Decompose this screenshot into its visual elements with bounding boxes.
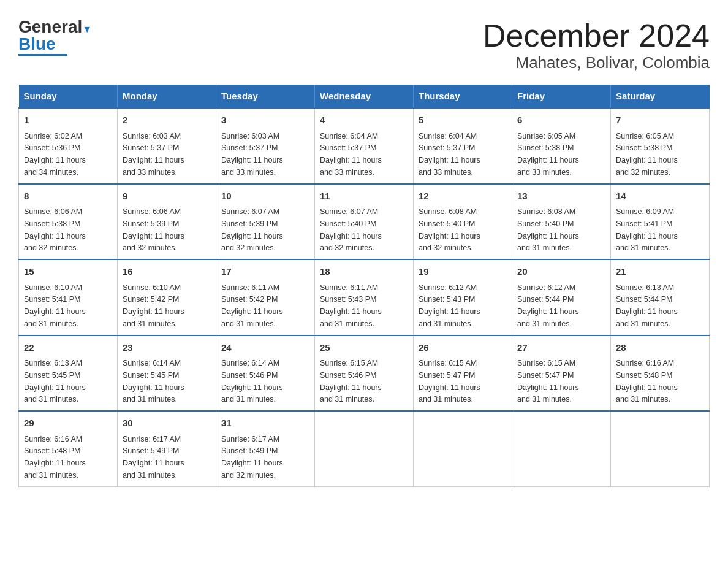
calendar-cell: [611, 411, 710, 486]
day-number: 1: [24, 113, 112, 128]
day-number: 24: [221, 341, 309, 355]
day-info: Sunrise: 6:08 AMSunset: 5:40 PMDaylight:…: [419, 207, 480, 252]
day-number: 4: [320, 113, 408, 128]
day-number: 12: [419, 190, 507, 204]
calendar-cell: 15Sunrise: 6:10 AMSunset: 5:41 PMDayligh…: [19, 259, 118, 335]
day-number: 30: [123, 416, 211, 431]
calendar-cell: 19Sunrise: 6:12 AMSunset: 5:43 PMDayligh…: [414, 259, 512, 335]
day-info: Sunrise: 6:06 AMSunset: 5:39 PMDaylight:…: [123, 207, 184, 252]
header-friday: Friday: [512, 85, 611, 108]
page-header: General▼ Blue December 2024 Mahates, Bol…: [18, 18, 710, 72]
day-info: Sunrise: 6:07 AMSunset: 5:40 PMDaylight:…: [320, 207, 382, 252]
day-info: Sunrise: 6:13 AMSunset: 5:45 PMDaylight:…: [24, 359, 86, 404]
calendar-cell: 12Sunrise: 6:08 AMSunset: 5:40 PMDayligh…: [414, 184, 512, 260]
calendar-cell: [512, 411, 611, 486]
calendar-cell: 4Sunrise: 6:04 AMSunset: 5:37 PMDaylight…: [315, 108, 414, 184]
calendar-cell: 7Sunrise: 6:05 AMSunset: 5:38 PMDaylight…: [611, 108, 710, 184]
day-info: Sunrise: 6:11 AMSunset: 5:42 PMDaylight:…: [221, 283, 283, 328]
calendar-cell: 17Sunrise: 6:11 AMSunset: 5:42 PMDayligh…: [216, 259, 315, 335]
calendar-week-3: 15Sunrise: 6:10 AMSunset: 5:41 PMDayligh…: [19, 259, 710, 335]
day-info: Sunrise: 6:17 AMSunset: 5:49 PMDaylight:…: [123, 435, 184, 480]
day-info: Sunrise: 6:12 AMSunset: 5:44 PMDaylight:…: [517, 283, 579, 328]
day-info: Sunrise: 6:15 AMSunset: 5:46 PMDaylight:…: [320, 359, 382, 404]
day-info: Sunrise: 6:14 AMSunset: 5:45 PMDaylight:…: [123, 359, 184, 404]
day-info: Sunrise: 6:03 AMSunset: 5:37 PMDaylight:…: [123, 132, 184, 177]
day-info: Sunrise: 6:04 AMSunset: 5:37 PMDaylight:…: [419, 132, 480, 177]
day-number: 3: [221, 113, 309, 128]
calendar-cell: 27Sunrise: 6:15 AMSunset: 5:47 PMDayligh…: [512, 335, 611, 412]
calendar-week-1: 1Sunrise: 6:02 AMSunset: 5:36 PMDaylight…: [19, 108, 710, 184]
calendar-cell: 18Sunrise: 6:11 AMSunset: 5:43 PMDayligh…: [315, 259, 414, 335]
day-info: Sunrise: 6:10 AMSunset: 5:41 PMDaylight:…: [24, 283, 86, 328]
logo: General▼ Blue: [18, 18, 92, 56]
calendar-cell: [315, 411, 414, 486]
calendar-cell: 28Sunrise: 6:16 AMSunset: 5:48 PMDayligh…: [611, 335, 710, 412]
calendar-cell: 30Sunrise: 6:17 AMSunset: 5:49 PMDayligh…: [118, 411, 216, 486]
day-info: Sunrise: 6:04 AMSunset: 5:37 PMDaylight:…: [320, 132, 382, 177]
day-info: Sunrise: 6:12 AMSunset: 5:43 PMDaylight:…: [419, 283, 480, 328]
day-number: 18: [320, 265, 408, 279]
day-number: 28: [616, 341, 704, 355]
day-info: Sunrise: 6:11 AMSunset: 5:43 PMDaylight:…: [320, 283, 382, 328]
header-sunday: Sunday: [19, 85, 118, 108]
day-number: 26: [419, 341, 507, 355]
calendar-cell: 5Sunrise: 6:04 AMSunset: 5:37 PMDaylight…: [414, 108, 512, 184]
title-block: December 2024 Mahates, Bolivar, Colombia: [483, 18, 710, 72]
logo-general: General: [18, 17, 82, 36]
calendar-cell: 14Sunrise: 6:09 AMSunset: 5:41 PMDayligh…: [611, 184, 710, 260]
calendar-title: December 2024: [483, 18, 710, 53]
calendar-table: SundayMondayTuesdayWednesdayThursdayFrid…: [18, 85, 710, 487]
calendar-cell: 11Sunrise: 6:07 AMSunset: 5:40 PMDayligh…: [315, 184, 414, 260]
header-monday: Monday: [118, 85, 216, 108]
day-number: 23: [123, 341, 211, 355]
day-number: 7: [616, 113, 704, 128]
calendar-cell: 21Sunrise: 6:13 AMSunset: 5:44 PMDayligh…: [611, 259, 710, 335]
day-number: 27: [517, 341, 605, 355]
calendar-cell: 23Sunrise: 6:14 AMSunset: 5:45 PMDayligh…: [118, 335, 216, 412]
day-number: 31: [221, 416, 309, 431]
header-tuesday: Tuesday: [216, 85, 315, 108]
day-info: Sunrise: 6:17 AMSunset: 5:49 PMDaylight:…: [221, 435, 283, 480]
day-number: 29: [24, 416, 112, 431]
day-info: Sunrise: 6:02 AMSunset: 5:36 PMDaylight:…: [24, 132, 86, 177]
calendar-cell: [414, 411, 512, 486]
calendar-cell: 31Sunrise: 6:17 AMSunset: 5:49 PMDayligh…: [216, 411, 315, 486]
calendar-week-2: 8Sunrise: 6:06 AMSunset: 5:38 PMDaylight…: [19, 184, 710, 260]
calendar-subtitle: Mahates, Bolivar, Colombia: [483, 53, 710, 72]
day-info: Sunrise: 6:07 AMSunset: 5:39 PMDaylight:…: [221, 207, 283, 252]
day-number: 19: [419, 265, 507, 279]
day-info: Sunrise: 6:13 AMSunset: 5:44 PMDaylight:…: [616, 283, 678, 328]
day-number: 22: [24, 341, 112, 355]
day-info: Sunrise: 6:09 AMSunset: 5:41 PMDaylight:…: [616, 207, 678, 252]
header-saturday: Saturday: [611, 85, 710, 108]
day-info: Sunrise: 6:06 AMSunset: 5:38 PMDaylight:…: [24, 207, 86, 252]
calendar-cell: 16Sunrise: 6:10 AMSunset: 5:42 PMDayligh…: [118, 259, 216, 335]
calendar-cell: 9Sunrise: 6:06 AMSunset: 5:39 PMDaylight…: [118, 184, 216, 260]
day-number: 17: [221, 265, 309, 279]
calendar-cell: 29Sunrise: 6:16 AMSunset: 5:48 PMDayligh…: [19, 411, 118, 486]
calendar-cell: 2Sunrise: 6:03 AMSunset: 5:37 PMDaylight…: [118, 108, 216, 184]
calendar-cell: 8Sunrise: 6:06 AMSunset: 5:38 PMDaylight…: [19, 184, 118, 260]
day-number: 2: [123, 113, 211, 128]
day-number: 10: [221, 190, 309, 204]
day-info: Sunrise: 6:05 AMSunset: 5:38 PMDaylight:…: [517, 132, 579, 177]
day-number: 14: [616, 190, 704, 204]
day-number: 16: [123, 265, 211, 279]
calendar-cell: 20Sunrise: 6:12 AMSunset: 5:44 PMDayligh…: [512, 259, 611, 335]
day-number: 5: [419, 113, 507, 128]
day-info: Sunrise: 6:05 AMSunset: 5:38 PMDaylight:…: [616, 132, 678, 177]
day-number: 25: [320, 341, 408, 355]
calendar-cell: 10Sunrise: 6:07 AMSunset: 5:39 PMDayligh…: [216, 184, 315, 260]
day-info: Sunrise: 6:14 AMSunset: 5:46 PMDaylight:…: [221, 359, 283, 404]
day-info: Sunrise: 6:15 AMSunset: 5:47 PMDaylight:…: [517, 359, 579, 404]
logo-blue: Blue: [18, 34, 56, 53]
calendar-cell: 13Sunrise: 6:08 AMSunset: 5:40 PMDayligh…: [512, 184, 611, 260]
header-thursday: Thursday: [414, 85, 512, 108]
calendar-cell: 22Sunrise: 6:13 AMSunset: 5:45 PMDayligh…: [19, 335, 118, 412]
calendar-cell: 3Sunrise: 6:03 AMSunset: 5:37 PMDaylight…: [216, 108, 315, 184]
day-number: 15: [24, 265, 112, 279]
calendar-week-4: 22Sunrise: 6:13 AMSunset: 5:45 PMDayligh…: [19, 335, 710, 412]
header-wednesday: Wednesday: [315, 85, 414, 108]
calendar-week-5: 29Sunrise: 6:16 AMSunset: 5:48 PMDayligh…: [19, 411, 710, 486]
calendar-cell: 1Sunrise: 6:02 AMSunset: 5:36 PMDaylight…: [19, 108, 118, 184]
